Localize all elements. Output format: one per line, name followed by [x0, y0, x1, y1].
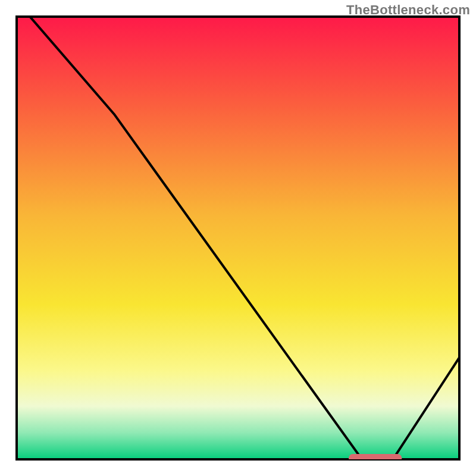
optimal-range-marker — [349, 454, 402, 462]
bottleneck-chart — [0, 0, 476, 476]
plot-background — [17, 17, 459, 459]
attribution-label: TheBottleneck.com — [346, 2, 470, 18]
